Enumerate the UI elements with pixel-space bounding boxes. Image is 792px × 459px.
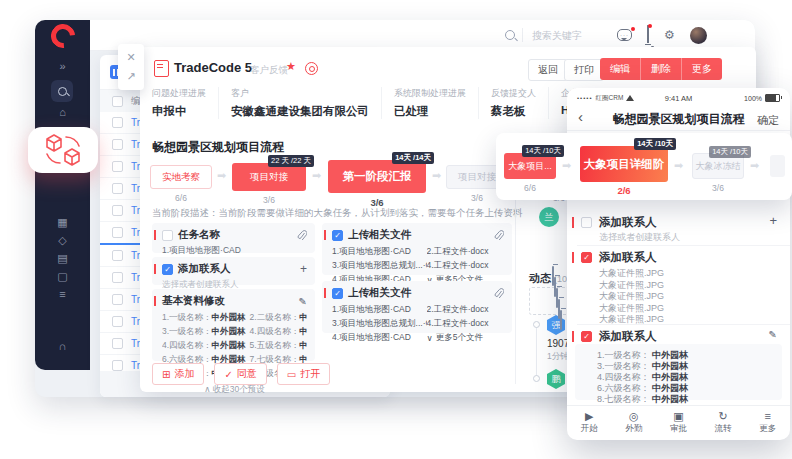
more-files-link[interactable]: ∨更多5个文件 <box>427 332 504 344</box>
add-button[interactable]: ⊞添加 <box>152 363 204 385</box>
file-link[interactable]: 2.工程文件·docx <box>427 246 504 258</box>
edit-button[interactable]: 编辑 <box>600 58 641 80</box>
row-checkbox[interactable] <box>112 250 123 261</box>
tab-approval[interactable]: ▣审批 <box>656 406 701 440</box>
row-checkbox[interactable] <box>112 227 123 238</box>
plus-icon[interactable]: + <box>769 213 777 228</box>
upload-files-card[interactable]: ✓ 上传相关文件 1.项目地地形图·CAD 2.工程文件·docx 3.项目地地… <box>322 223 512 275</box>
file-link[interactable]: 4.工程文件·docx <box>427 260 504 272</box>
back-button[interactable]: 返回 <box>528 59 568 81</box>
row-checkbox[interactable] <box>112 205 123 216</box>
sidebar-search-button[interactable] <box>51 80 73 102</box>
duration-badge: 14天 /10天 <box>522 145 564 157</box>
duration-badge: 14天 /14天 <box>392 152 434 164</box>
row-checkbox[interactable] <box>112 338 123 349</box>
headset-icon[interactable]: ∩ <box>35 338 90 354</box>
flow-step[interactable]: 14天 /10天 大象项目... <box>504 153 556 179</box>
flow-step-current[interactable]: 14天 /10天 大象项目详细阶 <box>580 146 668 182</box>
messages-button[interactable]: ··· <box>617 29 632 41</box>
clock: 9:41 AM <box>577 94 780 103</box>
contact-checkbox[interactable] <box>581 217 592 228</box>
card-title: 添加联系人 <box>599 250 657 265</box>
upload-checkbox[interactable]: ✓ <box>332 230 343 241</box>
add-icon: ⊞ <box>162 369 170 380</box>
app-logo <box>46 19 80 53</box>
chat-icon: ··· <box>617 29 632 41</box>
sync-cubes-badge[interactable] <box>28 127 98 173</box>
global-search[interactable] <box>505 20 629 50</box>
paperclip-icon <box>494 230 504 241</box>
confirm-button[interactable]: 确定 <box>757 113 779 128</box>
contact-checkbox[interactable]: ✓ <box>581 331 592 342</box>
arrow-right-icon: ➡ <box>562 160 571 171</box>
drop-icon[interactable]: ◇ <box>35 232 90 248</box>
notifications-button[interactable] <box>647 26 649 44</box>
row-checkbox[interactable] <box>112 294 123 305</box>
row-checkbox[interactable] <box>112 183 123 194</box>
print-button[interactable]: 打印 <box>564 59 604 81</box>
pencil-icon[interactable]: ✎ <box>299 296 307 307</box>
field: 反馈提交人蔡老板 <box>478 87 548 119</box>
grid-icon[interactable]: ▦ <box>35 214 90 230</box>
flow-step[interactable]: 14天 /10天 大象冰冻结 <box>692 153 744 179</box>
search-input[interactable] <box>530 29 629 42</box>
delete-button[interactable]: 删除 <box>641 58 682 80</box>
red-marker <box>572 217 574 228</box>
collapse-presets-link[interactable]: ∧ 收起30个预设 <box>162 384 307 396</box>
task-item: 1.项目地地形图·CAD <box>162 245 307 257</box>
basic-info-card[interactable]: 基本资料修改 ✎ 1.一级名称：中外园林 2.二级名称：中外园林 3.一级名称：… <box>152 289 315 361</box>
upload-files-card[interactable]: ✓ 上传相关文件 1.项目地地形图·CAD 2.工程文件·docx 3.项目地地… <box>322 281 512 333</box>
row-checkbox[interactable] <box>112 117 123 128</box>
flow-title: 畅想园景区规划项目流程 <box>152 139 284 156</box>
user-avatar[interactable] <box>690 27 707 44</box>
agree-button[interactable]: ✓同意 <box>214 363 266 385</box>
trash-icon[interactable] <box>560 310 562 330</box>
building-icon[interactable]: ⌂ <box>35 104 90 120</box>
close-icon[interactable]: ✕ <box>126 51 135 64</box>
row-checkbox[interactable] <box>112 272 123 283</box>
flow-step-current[interactable]: 14天 /14天 第一阶段汇报 <box>328 160 426 193</box>
settings-icon[interactable]: ⚙ <box>664 29 675 41</box>
flow-step[interactable]: 22 天 /22 天 项目对接 <box>232 163 306 191</box>
row-checkbox[interactable] <box>112 139 123 150</box>
next-step-peek <box>770 155 785 177</box>
open-button[interactable]: ▭打开 <box>277 363 330 385</box>
tab-field-work[interactable]: ◎外勤 <box>612 406 657 440</box>
paperclip-icon <box>494 288 504 299</box>
upload-checkbox[interactable]: ✓ <box>332 288 343 299</box>
flow-step[interactable]: 实地考察 <box>150 165 212 189</box>
plus-icon[interactable]: + <box>300 262 307 276</box>
task-checkbox[interactable] <box>162 230 173 241</box>
file-link[interactable]: 4.项目地地形图·CAD <box>332 332 427 344</box>
contact-checkbox[interactable]: ✓ <box>162 264 173 275</box>
favorite-star-icon[interactable]: ★ <box>286 60 296 73</box>
select-all-checkbox[interactable] <box>112 96 123 107</box>
file-link[interactable]: 3.项目地地形图总规划...·CAD <box>332 260 427 272</box>
stack-icon[interactable]: ▢ <box>35 268 90 284</box>
pencil-icon[interactable]: ✎ <box>769 329 777 340</box>
row-checkbox[interactable] <box>112 161 123 172</box>
file-link[interactable]: 3.项目地地形图总规划...·CAD <box>332 318 427 330</box>
calendar-icon[interactable]: ▤ <box>35 250 90 266</box>
row-checkbox[interactable] <box>112 316 123 327</box>
tab-more[interactable]: ≡更多 <box>745 406 790 440</box>
file-link[interactable]: 4.工程文件·docx <box>427 318 504 330</box>
phone-tab-bar: ▶开始 ◎外勤 ▣审批 ↻流转 ≡更多 <box>567 405 790 440</box>
phone-status-bar: ••••• 红圈CRM 9:41 AM 100% <box>577 92 780 104</box>
file-link[interactable]: 2.工程文件·docx <box>427 304 504 316</box>
phone-navbar: ‹ 畅想园景区规划项目流程 确定 <box>567 105 790 131</box>
red-marker <box>154 230 156 240</box>
divider <box>577 245 790 246</box>
task-card[interactable]: 任务名称 1.项目地地形图·CAD <box>152 223 315 253</box>
file-link[interactable]: 1.项目地地形图·CAD <box>332 304 427 316</box>
row-checkbox[interactable] <box>112 360 123 371</box>
menu-icon[interactable]: ≡ <box>35 286 90 302</box>
tab-start[interactable]: ▶开始 <box>567 406 612 440</box>
contact-checkbox[interactable]: ✓ <box>581 252 592 263</box>
expand-icon[interactable]: ↗ <box>126 70 135 83</box>
contact-card[interactable]: ✓ 添加联系人 + 选择或者创建联系人 <box>152 257 315 285</box>
tab-flow[interactable]: ↻流转 <box>701 406 746 440</box>
collapse-sidebar-icon[interactable]: » <box>35 58 90 74</box>
file-link[interactable]: 1.项目地地形图·CAD <box>332 246 427 258</box>
more-button[interactable]: 更多 <box>682 58 722 80</box>
